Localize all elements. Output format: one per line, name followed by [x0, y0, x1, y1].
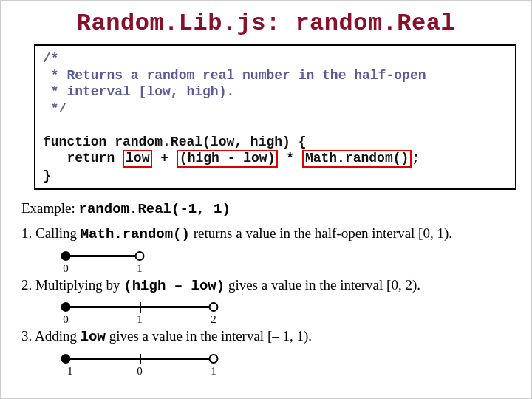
explanation-body: Example: random.Real(-1, 1) 1. Calling M…: [21, 199, 511, 374]
code-comment: /* * Returns a random real number in the…: [43, 51, 426, 116]
number-line-3: – 1 0 1: [66, 352, 511, 374]
step-1: 1. Calling Math.random() returns a value…: [21, 224, 511, 245]
number-line-2: 0 1 2: [66, 300, 511, 322]
code-signature: function random.Real(low, high) {: [43, 134, 306, 149]
step-3: 3. Adding low gives a value in the inter…: [21, 327, 511, 347]
slide: Random.Lib.js: random.Real /* * Returns …: [0, 0, 532, 399]
code-return-line: return low + (high - low) * Math.random(…: [43, 151, 420, 166]
box-low: low: [123, 150, 152, 168]
number-line-1: 0 1: [66, 249, 511, 271]
page-title: Random.Lib.js: random.Real: [1, 1, 531, 44]
example-label: Example:: [21, 200, 79, 216]
box-math-random: Math.random(): [302, 150, 412, 168]
box-high-minus-low: (high - low): [177, 150, 279, 168]
code-close-brace: }: [43, 168, 51, 183]
step-2: 2. Multiplying by (high – low) gives a v…: [21, 276, 511, 296]
example-line: Example: random.Real(-1, 1): [21, 199, 511, 219]
example-call: random.Real(-1, 1): [79, 201, 231, 217]
code-block: /* * Returns a random real number in the…: [34, 44, 516, 190]
